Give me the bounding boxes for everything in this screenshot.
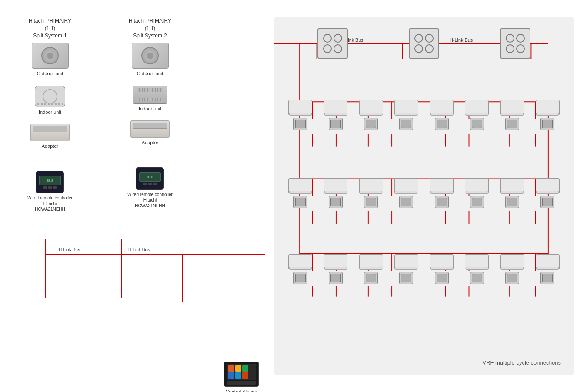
remote-screen-2: 88.8 xyxy=(139,172,161,182)
remote-label-2: Wired remote controllerHitachiHCWA21NEHH xyxy=(127,192,173,209)
outdoor-unit-label-1: Outdoor unit xyxy=(37,70,63,76)
vrf-rm-inner-2-2 xyxy=(330,198,341,206)
vrf-rm-inner-1-3 xyxy=(366,120,376,128)
vrf-iu-box-2-8 xyxy=(536,178,560,193)
vrf-rm-inner-2-8 xyxy=(542,198,553,206)
vrf-rm-1-2 xyxy=(329,118,343,130)
vrf-rm-2-4 xyxy=(399,196,413,208)
outdoor-unit-1: Outdoor unit xyxy=(32,43,69,76)
vrf-iu-box-3-4 xyxy=(394,254,418,269)
vrf-iu-box-1-2 xyxy=(324,100,347,115)
circle-3a xyxy=(506,34,514,43)
fan-2 xyxy=(141,47,159,64)
svg-text:H-Link Bus: H-Link Bus xyxy=(59,247,80,252)
vrf-rm-1-4 xyxy=(399,118,413,130)
circle-2d xyxy=(425,44,434,53)
vrf-ou-box-3 xyxy=(500,28,530,59)
system2-column: Hitachi PRIMAIRY(1:1)Split System-2 Outd… xyxy=(126,17,174,212)
central-station-bottom xyxy=(227,381,256,385)
vrf-iu-box-2-5 xyxy=(430,178,454,193)
remote-btn-6 xyxy=(153,183,157,185)
vrf-iu-box-2-6 xyxy=(465,178,489,193)
vrf-rm-3-1 xyxy=(294,272,307,284)
vrf-rm-inner-3-6 xyxy=(472,274,482,282)
vrf-iu-2-6 xyxy=(465,178,489,208)
indoor-unit-label-2: Indoor unit xyxy=(139,106,161,112)
vrf-iu-box-2-1 xyxy=(288,178,312,193)
vrf-rm-1-3 xyxy=(364,118,378,130)
vrf-iu-2-1 xyxy=(288,178,312,208)
right-panel: VRF multiple cycle connections xyxy=(274,17,574,375)
vrf-rm-inner-1-6 xyxy=(472,120,482,128)
circle-1a xyxy=(323,34,332,43)
vrf-rm-inner-1-8 xyxy=(542,120,553,128)
remote-btn-1 xyxy=(43,186,47,189)
indoor-unit-1: Indoor unit xyxy=(35,86,65,115)
remote-btn-4 xyxy=(143,183,147,185)
central-station-screen xyxy=(227,364,256,380)
vrf-rm-2-8 xyxy=(540,196,554,208)
vrf-rm-3-5 xyxy=(435,272,449,284)
vrf-iu-1-1 xyxy=(288,100,312,130)
vrf-top-row xyxy=(287,22,561,59)
vrf-iu-1-8 xyxy=(536,100,560,130)
central-station-icon xyxy=(224,362,259,387)
left-panel: Hitachi PRIMAIRY(1:1)Split System-1 Outd… xyxy=(13,17,265,375)
vrf-rm-inner-2-7 xyxy=(507,198,517,206)
system2-title: Hitachi PRIMAIRY(1:1)Split System-2 xyxy=(129,17,171,39)
vrf-rm-inner-3-3 xyxy=(366,274,376,282)
vrf-iu-box-1-1 xyxy=(288,100,312,115)
vrf-iu-box-1-7 xyxy=(500,100,524,115)
connector-v-1c xyxy=(50,149,50,171)
vrf-rm-2-2 xyxy=(329,196,343,208)
vrf-iu-1-4 xyxy=(394,100,418,130)
remote-controller-2: 88.8 Wired remote controllerHitachiHCWA2… xyxy=(127,167,173,209)
remote-buttons-1 xyxy=(43,186,57,189)
remote-screen-1: 88.8 xyxy=(39,176,61,185)
vrf-iu-2-8 xyxy=(536,178,560,208)
split-systems-header: Hitachi PRIMAIRY(1:1)Split System-1 Outd… xyxy=(13,17,265,212)
outdoor-unit-icon-2 xyxy=(132,43,169,69)
connector-v-2b xyxy=(150,112,150,120)
cs-block-5 xyxy=(235,372,241,379)
remote-buttons-2 xyxy=(143,183,157,185)
vrf-iu-1-7 xyxy=(500,100,524,130)
vrf-iu-2-4 xyxy=(394,178,418,208)
circle-1d xyxy=(334,44,342,53)
vrf-rm-inner-2-4 xyxy=(401,198,411,206)
vrf-rm-inner-2-5 xyxy=(437,198,447,206)
vrf-rm-3-8 xyxy=(540,272,554,284)
vrf-rm-2-6 xyxy=(470,196,484,208)
vrf-rm-inner-2-6 xyxy=(472,198,482,206)
vrf-iu-3-3 xyxy=(359,254,383,284)
vrf-rm-inner-3-8 xyxy=(542,274,553,282)
vrf-rm-3-6 xyxy=(470,272,484,284)
adapter-2: Adapter xyxy=(130,120,170,146)
cs-block-3 xyxy=(242,365,248,372)
circle-3b xyxy=(516,34,525,43)
adapter-label-2: Adapter xyxy=(142,140,159,146)
cassette-icon-1 xyxy=(35,86,65,107)
vrf-iu-box-1-3 xyxy=(359,100,383,115)
fan-1 xyxy=(41,47,59,64)
vrf-iu-box-1-8 xyxy=(536,100,560,115)
fan-inner-1 xyxy=(47,53,53,59)
vrf-rm-1-1 xyxy=(294,118,307,130)
remote-controller-1: 88.8 Wired remote controllerHitachiHCWA2… xyxy=(27,171,73,212)
connector-v-2c xyxy=(150,146,150,167)
vrf-iu-3-6 xyxy=(465,254,489,284)
circle-1c xyxy=(323,44,332,53)
vrf-rm-3-4 xyxy=(399,272,413,284)
vrf-rm-inner-3-1 xyxy=(295,274,306,282)
circle-3c xyxy=(506,44,514,53)
remote-label-1: Wired remote controllerHitachiHCWA21NEHH xyxy=(27,195,73,212)
vrf-iu-box-3-2 xyxy=(324,254,347,269)
vrf-rm-2-5 xyxy=(435,196,449,208)
vrf-ou-2 xyxy=(409,28,439,59)
vrf-rm-inner-1-1 xyxy=(295,120,306,128)
vrf-iu-box-1-5 xyxy=(430,100,454,115)
central-station-label: Central Station xyxy=(226,389,257,392)
vrf-iu-3-8 xyxy=(536,254,560,284)
vrf-iu-box-2-2 xyxy=(324,178,347,193)
vrf-rm-2-7 xyxy=(505,196,519,208)
